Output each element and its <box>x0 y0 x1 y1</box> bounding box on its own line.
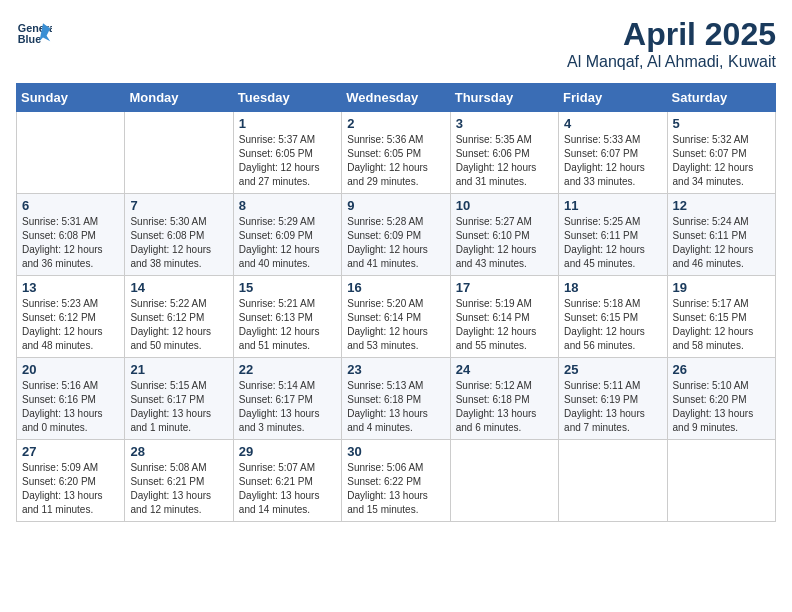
day-number: 24 <box>456 362 553 377</box>
day-detail: Sunrise: 5:33 AMSunset: 6:07 PMDaylight:… <box>564 133 661 189</box>
title-area: April 2025 Al Manqaf, Al Ahmadi, Kuwait <box>567 16 776 71</box>
calendar-cell: 29Sunrise: 5:07 AMSunset: 6:21 PMDayligh… <box>233 440 341 522</box>
day-detail: Sunrise: 5:20 AMSunset: 6:14 PMDaylight:… <box>347 297 444 353</box>
calendar-cell: 7Sunrise: 5:30 AMSunset: 6:08 PMDaylight… <box>125 194 233 276</box>
day-number: 4 <box>564 116 661 131</box>
month-title: April 2025 <box>567 16 776 53</box>
day-detail: Sunrise: 5:21 AMSunset: 6:13 PMDaylight:… <box>239 297 336 353</box>
day-number: 29 <box>239 444 336 459</box>
calendar-cell: 28Sunrise: 5:08 AMSunset: 6:21 PMDayligh… <box>125 440 233 522</box>
page-header: General Blue April 2025 Al Manqaf, Al Ah… <box>16 16 776 71</box>
day-detail: Sunrise: 5:25 AMSunset: 6:11 PMDaylight:… <box>564 215 661 271</box>
svg-text:Blue: Blue <box>18 33 41 45</box>
calendar-cell: 30Sunrise: 5:06 AMSunset: 6:22 PMDayligh… <box>342 440 450 522</box>
day-number: 17 <box>456 280 553 295</box>
calendar-cell: 10Sunrise: 5:27 AMSunset: 6:10 PMDayligh… <box>450 194 558 276</box>
calendar-cell: 26Sunrise: 5:10 AMSunset: 6:20 PMDayligh… <box>667 358 775 440</box>
calendar-cell <box>667 440 775 522</box>
calendar-cell: 13Sunrise: 5:23 AMSunset: 6:12 PMDayligh… <box>17 276 125 358</box>
day-detail: Sunrise: 5:19 AMSunset: 6:14 PMDaylight:… <box>456 297 553 353</box>
calendar-cell: 2Sunrise: 5:36 AMSunset: 6:05 PMDaylight… <box>342 112 450 194</box>
calendar-header-row: SundayMondayTuesdayWednesdayThursdayFrid… <box>17 84 776 112</box>
calendar-cell <box>559 440 667 522</box>
day-detail: Sunrise: 5:16 AMSunset: 6:16 PMDaylight:… <box>22 379 119 435</box>
calendar-cell: 21Sunrise: 5:15 AMSunset: 6:17 PMDayligh… <box>125 358 233 440</box>
day-number: 1 <box>239 116 336 131</box>
calendar-cell: 18Sunrise: 5:18 AMSunset: 6:15 PMDayligh… <box>559 276 667 358</box>
day-of-week-header: Thursday <box>450 84 558 112</box>
calendar-week-row: 13Sunrise: 5:23 AMSunset: 6:12 PMDayligh… <box>17 276 776 358</box>
day-number: 16 <box>347 280 444 295</box>
day-number: 21 <box>130 362 227 377</box>
calendar-week-row: 6Sunrise: 5:31 AMSunset: 6:08 PMDaylight… <box>17 194 776 276</box>
day-detail: Sunrise: 5:30 AMSunset: 6:08 PMDaylight:… <box>130 215 227 271</box>
day-number: 3 <box>456 116 553 131</box>
day-detail: Sunrise: 5:08 AMSunset: 6:21 PMDaylight:… <box>130 461 227 517</box>
logo-icon: General Blue <box>16 16 52 52</box>
day-detail: Sunrise: 5:06 AMSunset: 6:22 PMDaylight:… <box>347 461 444 517</box>
day-detail: Sunrise: 5:07 AMSunset: 6:21 PMDaylight:… <box>239 461 336 517</box>
day-detail: Sunrise: 5:18 AMSunset: 6:15 PMDaylight:… <box>564 297 661 353</box>
day-number: 2 <box>347 116 444 131</box>
calendar-cell: 12Sunrise: 5:24 AMSunset: 6:11 PMDayligh… <box>667 194 775 276</box>
day-number: 18 <box>564 280 661 295</box>
calendar-cell: 19Sunrise: 5:17 AMSunset: 6:15 PMDayligh… <box>667 276 775 358</box>
calendar-cell: 25Sunrise: 5:11 AMSunset: 6:19 PMDayligh… <box>559 358 667 440</box>
day-number: 30 <box>347 444 444 459</box>
day-number: 22 <box>239 362 336 377</box>
day-number: 19 <box>673 280 770 295</box>
day-number: 12 <box>673 198 770 213</box>
day-detail: Sunrise: 5:22 AMSunset: 6:12 PMDaylight:… <box>130 297 227 353</box>
calendar-cell: 9Sunrise: 5:28 AMSunset: 6:09 PMDaylight… <box>342 194 450 276</box>
day-of-week-header: Friday <box>559 84 667 112</box>
day-detail: Sunrise: 5:36 AMSunset: 6:05 PMDaylight:… <box>347 133 444 189</box>
day-detail: Sunrise: 5:11 AMSunset: 6:19 PMDaylight:… <box>564 379 661 435</box>
day-number: 20 <box>22 362 119 377</box>
calendar-body: 1Sunrise: 5:37 AMSunset: 6:05 PMDaylight… <box>17 112 776 522</box>
day-number: 25 <box>564 362 661 377</box>
logo: General Blue <box>16 16 52 52</box>
calendar-cell: 6Sunrise: 5:31 AMSunset: 6:08 PMDaylight… <box>17 194 125 276</box>
day-detail: Sunrise: 5:27 AMSunset: 6:10 PMDaylight:… <box>456 215 553 271</box>
day-detail: Sunrise: 5:12 AMSunset: 6:18 PMDaylight:… <box>456 379 553 435</box>
day-number: 28 <box>130 444 227 459</box>
day-number: 10 <box>456 198 553 213</box>
day-number: 15 <box>239 280 336 295</box>
calendar-cell: 27Sunrise: 5:09 AMSunset: 6:20 PMDayligh… <box>17 440 125 522</box>
day-number: 7 <box>130 198 227 213</box>
calendar-week-row: 1Sunrise: 5:37 AMSunset: 6:05 PMDaylight… <box>17 112 776 194</box>
calendar-cell: 1Sunrise: 5:37 AMSunset: 6:05 PMDaylight… <box>233 112 341 194</box>
calendar-cell: 20Sunrise: 5:16 AMSunset: 6:16 PMDayligh… <box>17 358 125 440</box>
calendar-cell: 5Sunrise: 5:32 AMSunset: 6:07 PMDaylight… <box>667 112 775 194</box>
day-detail: Sunrise: 5:09 AMSunset: 6:20 PMDaylight:… <box>22 461 119 517</box>
day-detail: Sunrise: 5:13 AMSunset: 6:18 PMDaylight:… <box>347 379 444 435</box>
day-number: 14 <box>130 280 227 295</box>
calendar-table: SundayMondayTuesdayWednesdayThursdayFrid… <box>16 83 776 522</box>
day-detail: Sunrise: 5:32 AMSunset: 6:07 PMDaylight:… <box>673 133 770 189</box>
day-of-week-header: Saturday <box>667 84 775 112</box>
calendar-cell: 14Sunrise: 5:22 AMSunset: 6:12 PMDayligh… <box>125 276 233 358</box>
calendar-cell: 11Sunrise: 5:25 AMSunset: 6:11 PMDayligh… <box>559 194 667 276</box>
day-detail: Sunrise: 5:24 AMSunset: 6:11 PMDaylight:… <box>673 215 770 271</box>
day-detail: Sunrise: 5:28 AMSunset: 6:09 PMDaylight:… <box>347 215 444 271</box>
day-of-week-header: Monday <box>125 84 233 112</box>
day-detail: Sunrise: 5:15 AMSunset: 6:17 PMDaylight:… <box>130 379 227 435</box>
calendar-cell <box>125 112 233 194</box>
day-detail: Sunrise: 5:31 AMSunset: 6:08 PMDaylight:… <box>22 215 119 271</box>
calendar-cell: 4Sunrise: 5:33 AMSunset: 6:07 PMDaylight… <box>559 112 667 194</box>
calendar-cell: 22Sunrise: 5:14 AMSunset: 6:17 PMDayligh… <box>233 358 341 440</box>
calendar-cell: 16Sunrise: 5:20 AMSunset: 6:14 PMDayligh… <box>342 276 450 358</box>
day-detail: Sunrise: 5:23 AMSunset: 6:12 PMDaylight:… <box>22 297 119 353</box>
calendar-cell: 23Sunrise: 5:13 AMSunset: 6:18 PMDayligh… <box>342 358 450 440</box>
calendar-cell: 24Sunrise: 5:12 AMSunset: 6:18 PMDayligh… <box>450 358 558 440</box>
day-number: 11 <box>564 198 661 213</box>
day-detail: Sunrise: 5:10 AMSunset: 6:20 PMDaylight:… <box>673 379 770 435</box>
day-of-week-header: Tuesday <box>233 84 341 112</box>
calendar-cell: 8Sunrise: 5:29 AMSunset: 6:09 PMDaylight… <box>233 194 341 276</box>
calendar-cell <box>17 112 125 194</box>
calendar-cell: 3Sunrise: 5:35 AMSunset: 6:06 PMDaylight… <box>450 112 558 194</box>
day-detail: Sunrise: 5:14 AMSunset: 6:17 PMDaylight:… <box>239 379 336 435</box>
day-detail: Sunrise: 5:17 AMSunset: 6:15 PMDaylight:… <box>673 297 770 353</box>
day-number: 23 <box>347 362 444 377</box>
day-number: 13 <box>22 280 119 295</box>
